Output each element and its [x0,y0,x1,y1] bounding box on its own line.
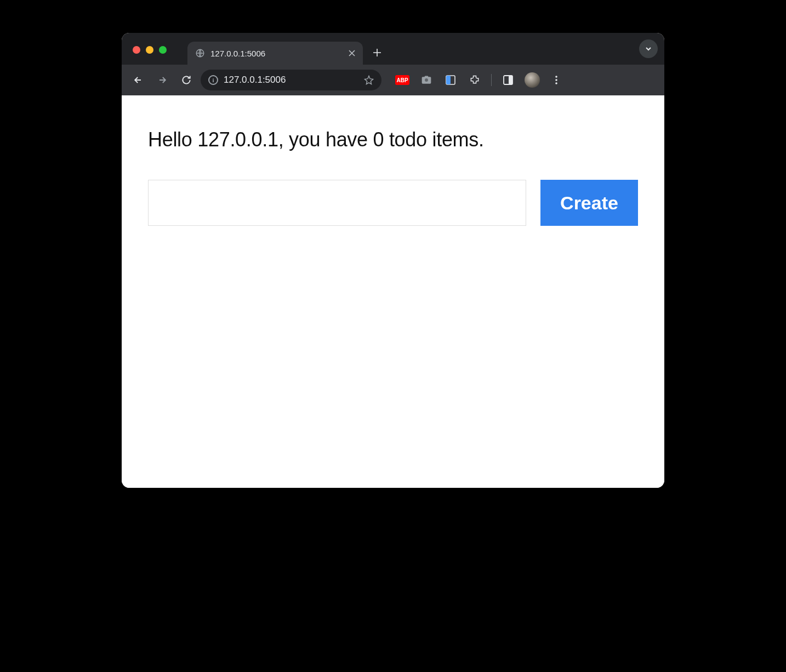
extension-camera[interactable] [417,70,436,90]
create-button[interactable]: Create [540,180,638,226]
extension-adblock[interactable]: ABP [392,70,412,90]
svg-point-7 [555,79,557,81]
browser-window: 127.0.0.1:5006 [122,33,664,488]
bookmark-star-icon[interactable] [364,75,374,85]
window-controls [133,46,167,54]
tab-strip: 127.0.0.1:5006 [122,33,664,65]
svg-point-6 [555,76,557,78]
toolbar-divider [491,74,492,86]
svg-point-8 [555,82,557,84]
reload-button[interactable] [176,70,196,90]
tab-title: 127.0.0.1:5006 [210,49,343,58]
maximize-window-button[interactable] [159,46,167,54]
new-tab-button[interactable] [368,44,386,61]
tab-search-button[interactable] [639,39,658,58]
abp-badge-icon: ABP [395,75,409,85]
close-window-button[interactable] [133,46,140,54]
extensions-menu-button[interactable] [465,70,485,90]
todo-input[interactable] [148,180,526,226]
svg-point-1 [425,78,428,82]
avatar-icon [525,72,540,88]
browser-menu-button[interactable] [546,70,566,90]
page-content: Hello 127.0.0.1, you have 0 todo items. … [122,95,664,488]
url-text: 127.0.0.1:5006 [224,75,358,86]
extension-panel[interactable] [441,70,460,90]
svg-rect-5 [509,76,512,84]
globe-icon [195,48,205,58]
site-info-icon[interactable]: i [208,75,218,85]
browser-toolbar: i 127.0.0.1:5006 ABP [122,65,664,95]
back-button[interactable] [128,70,148,90]
browser-tab[interactable]: 127.0.0.1:5006 [187,42,363,65]
page-heading: Hello 127.0.0.1, you have 0 todo items. [148,128,638,151]
address-bar[interactable]: i 127.0.0.1:5006 [201,70,381,90]
minimize-window-button[interactable] [146,46,153,54]
profile-avatar[interactable] [522,70,542,90]
svg-rect-3 [446,76,451,84]
side-panel-button[interactable] [498,70,518,90]
close-tab-icon[interactable] [349,50,355,56]
forward-button[interactable] [152,70,172,90]
todo-create-form: Create [148,180,638,226]
